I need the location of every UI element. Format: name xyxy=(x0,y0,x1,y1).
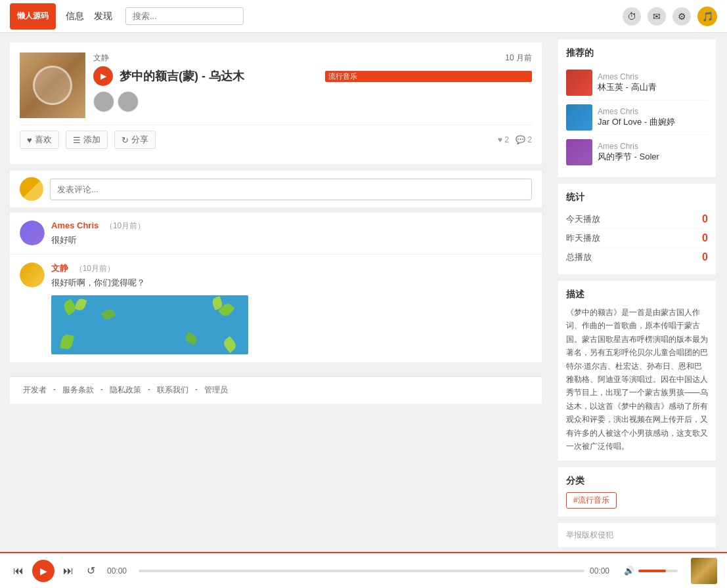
rec-thumb-2 xyxy=(566,104,592,131)
like-button[interactable]: ♥ 喜欢 xyxy=(20,131,59,149)
rec-info-1: Ames Chris 林玉英 - 高山青 xyxy=(598,72,657,93)
search-area xyxy=(125,7,244,25)
comment-input-area xyxy=(10,171,542,207)
stat-yesterday-value: 0 xyxy=(702,232,708,244)
comment-count: 💬 2 xyxy=(516,135,532,144)
header-icons: ⏱ ✉ ⚙ 🎵 xyxy=(623,7,717,26)
comment-time: （10月前） xyxy=(75,264,115,273)
like-label: 喜欢 xyxy=(35,134,52,146)
footer-developer[interactable]: 开发者 xyxy=(23,385,47,396)
rec-thumb-1 xyxy=(566,70,592,96)
rec-song-2: Jar Of Love - 曲婉婷 xyxy=(598,116,675,128)
comment-list: Ames Chris （10月前） 很好听 文静 （10月前） 很好听啊，你们觉… xyxy=(10,213,542,363)
comment-text: 很好听啊，你们觉得呢？ xyxy=(51,277,248,289)
stat-yesterday: 昨天播放 0 xyxy=(566,229,708,248)
footer-terms[interactable]: 服务条款 xyxy=(62,385,94,396)
add-icon: ☰ xyxy=(73,135,81,145)
footer-sep: - xyxy=(53,385,56,396)
commenter-avatar xyxy=(20,220,45,245)
rec-info-2: Ames Chris Jar Of Love - 曲婉婷 xyxy=(598,107,675,128)
comment-body: Ames Chris （10月前） 很好听 xyxy=(51,220,145,246)
recommend-item: Ames Chris Jar Of Love - 曲婉婷 xyxy=(566,100,708,135)
song-actions: ♥ 喜欢 ☰ 添加 ↻ 分享 ♥ 2 💬 2 xyxy=(20,125,532,154)
comment-time: （10月前） xyxy=(105,221,145,230)
play-button[interactable]: ▶ xyxy=(93,66,113,86)
stat-yesterday-label: 昨天播放 xyxy=(566,232,600,244)
avatar-2[interactable] xyxy=(118,91,139,112)
song-meta: 文静 10 月前 xyxy=(93,52,532,64)
stat-total-label: 总播放 xyxy=(566,251,592,263)
stat-total: 总播放 0 xyxy=(566,248,708,266)
recommend-item: Ames Chris 林玉英 - 高山青 xyxy=(566,66,708,100)
nav-info[interactable]: 信息 xyxy=(66,10,84,22)
main-layout: 文静 10 月前 ▶ 梦中的额吉(蒙) - 乌达木 流行音乐 xyxy=(0,33,727,554)
comment-body: 文静 （10月前） 很好听啊，你们觉得呢？ xyxy=(51,262,248,354)
stat-total-value: 0 xyxy=(702,251,708,263)
rec-user-1[interactable]: Ames Chris xyxy=(598,72,657,81)
add-label: 添加 xyxy=(83,134,100,146)
comment-input[interactable] xyxy=(50,178,532,200)
report-area: 举报版权侵犯 xyxy=(558,523,716,547)
song-tag: 流行音乐 xyxy=(325,71,532,82)
user-avatar xyxy=(20,177,43,201)
mail-icon[interactable]: ✉ xyxy=(648,7,666,26)
nav-discover[interactable]: 发现 xyxy=(94,10,112,22)
commenter-avatar xyxy=(20,262,45,287)
rec-user-2[interactable]: Ames Chris xyxy=(598,107,675,116)
settings-icon[interactable]: ⚙ xyxy=(672,7,691,26)
song-avatars xyxy=(93,91,532,112)
song-info: 文静 10 月前 ▶ 梦中的额吉(蒙) - 乌达木 流行音乐 xyxy=(93,52,532,112)
stats-title: 统计 xyxy=(566,192,708,203)
content-area: 文静 10 月前 ▶ 梦中的额吉(蒙) - 乌达木 流行音乐 xyxy=(0,33,552,554)
like-count: ♥ 2 xyxy=(498,135,509,144)
main-nav: 信息 发现 xyxy=(66,10,112,22)
uploader-name: 文静 xyxy=(93,52,109,64)
rec-song-3: 风的季节 - Soler xyxy=(598,151,659,163)
comment-item: Ames Chris （10月前） 很好听 xyxy=(10,213,542,255)
rec-thumb-3 xyxy=(566,139,592,165)
logo-text: 懒人源码 xyxy=(17,11,49,20)
heart-icon: ♥ xyxy=(27,135,32,145)
stat-today-value: 0 xyxy=(702,213,708,225)
avatar-1[interactable] xyxy=(93,91,114,112)
commenter-name[interactable]: 文静 xyxy=(51,263,68,273)
add-button[interactable]: ☰ 添加 xyxy=(66,131,108,149)
rec-info-3: Ames Chris 风的季节 - Soler xyxy=(598,142,659,163)
description-section: 描述 《梦中的额吉》是一首是由蒙古国人作词、作曲的一首歌曲，原本传唱于蒙古国。蒙… xyxy=(558,281,716,461)
category-tag[interactable]: #流行音乐 xyxy=(566,492,617,509)
footer-sep: - xyxy=(100,385,103,396)
site-logo[interactable]: 懒人源码 xyxy=(10,3,56,30)
brand-icon[interactable]: 🎵 xyxy=(697,7,717,26)
header: 懒人源码 信息 发现 ⏱ ✉ ⚙ 🎵 xyxy=(0,0,727,33)
rec-user-3[interactable]: Ames Chris xyxy=(598,142,659,151)
search-input[interactable] xyxy=(125,7,244,25)
recommend-section: 推荐的 Ames Chris 林玉英 - 高山青 Ames Chris Jar … xyxy=(558,39,716,177)
footer-sep: - xyxy=(148,385,150,396)
desc-title: 描述 xyxy=(566,289,708,301)
category-section: 分类 #流行音乐 xyxy=(558,467,716,516)
decorative-image xyxy=(51,295,248,354)
share-button[interactable]: ↻ 分享 xyxy=(114,131,156,149)
song-card: 文静 10 月前 ▶ 梦中的额吉(蒙) - 乌达木 流行音乐 xyxy=(10,43,542,164)
sidebar: 推荐的 Ames Chris 林玉英 - 高山青 Ames Chris Jar … xyxy=(552,33,722,554)
player-bar: ⏮ ▶ ⏭ ↺ 00:00 00:00 🔊 xyxy=(0,552,727,554)
footer-sep: - xyxy=(195,385,198,396)
cat-title: 分类 xyxy=(566,475,708,487)
stat-today: 今天播放 0 xyxy=(566,210,708,229)
footer-contact[interactable]: 联系我们 xyxy=(157,385,188,396)
footer: 开发者 - 服务条款 - 隐私政策 - 联系我们 - 管理员 xyxy=(10,376,542,404)
song-header: 文静 10 月前 ▶ 梦中的额吉(蒙) - 乌达木 流行音乐 xyxy=(20,52,532,118)
footer-privacy[interactable]: 隐私政策 xyxy=(110,385,141,396)
stats-section: 统计 今天播放 0 昨天播放 0 总播放 0 xyxy=(558,184,716,274)
share-icon: ↻ xyxy=(121,135,129,145)
footer-admin[interactable]: 管理员 xyxy=(204,385,228,396)
stat-today-label: 今天播放 xyxy=(566,213,600,225)
comment-item: 文静 （10月前） 很好听啊，你们觉得呢？ xyxy=(10,255,542,363)
song-title: 梦中的额吉(蒙) - 乌达木 xyxy=(120,68,320,84)
recommend-title: 推荐的 xyxy=(566,47,708,59)
clock-icon[interactable]: ⏱ xyxy=(623,7,641,26)
rec-song-1: 林玉英 - 高山青 xyxy=(598,81,657,93)
comment-text: 很好听 xyxy=(51,234,145,246)
report-link[interactable]: 举报版权侵犯 xyxy=(566,530,613,539)
commenter-name[interactable]: Ames Chris xyxy=(51,220,99,230)
